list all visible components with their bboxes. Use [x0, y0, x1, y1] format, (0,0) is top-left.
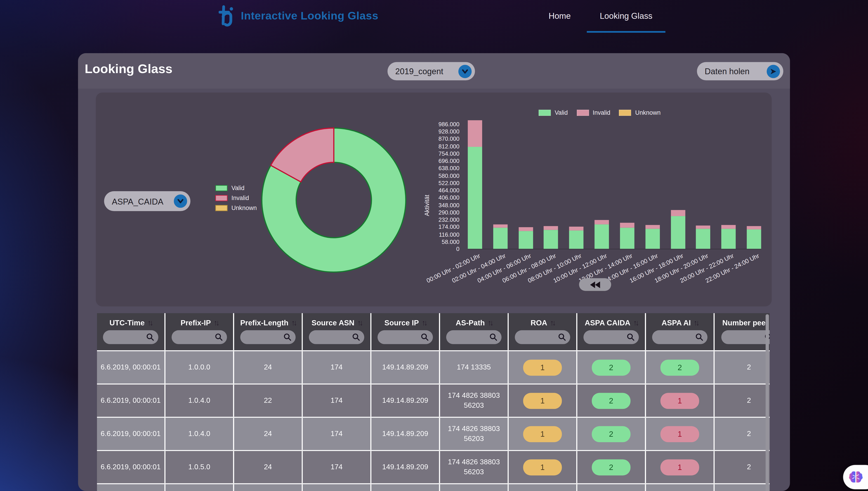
dataset-select-value: 2019_cogent [395, 66, 443, 76]
bar-20:00 Uhr - 22:00 Uhr [721, 225, 736, 249]
cell-source_asn: 174 [303, 351, 372, 383]
algorithm-select[interactable]: ASPA_CAIDA [104, 191, 190, 211]
column-header-source-asn: Source ASN↑↓ [303, 313, 372, 350]
bar-segment-valid [620, 228, 634, 249]
cell-roa: 1 [509, 385, 578, 417]
page-title: Looking Glass [85, 62, 173, 77]
bar-segment-invalid [544, 226, 558, 230]
column-sort-button[interactable]: Prefix-Length↑↓ [240, 318, 296, 327]
fetch-data-button[interactable]: Daten holen [697, 62, 783, 80]
status-badge-invalid: 1 [660, 393, 699, 409]
cell-utc: 6.6.2019, 00:00:01 [97, 418, 166, 450]
column-search-input[interactable] [721, 330, 770, 344]
looking-glass-panel: Looking Glass 2019_cogent Daten holen AS… [78, 53, 790, 491]
y-axis-tick: 290.000 [438, 209, 460, 215]
column-search [515, 330, 570, 344]
column-sort-button[interactable]: Source ASN↑↓ [311, 318, 362, 327]
bar-segment-valid [569, 230, 584, 249]
cell-prefix_len [234, 484, 303, 491]
y-axis-tick: 348.000 [438, 201, 460, 208]
bar-segment-invalid [671, 210, 685, 216]
legend-item-valid: Valid [539, 109, 568, 116]
y-axis-tick: 870.000 [438, 136, 460, 142]
cell-aspa_caida: 2 [577, 351, 646, 383]
search-icon [695, 333, 704, 341]
status-badge-unknown: 1 [523, 393, 562, 409]
cell-aspa_caida [577, 484, 646, 491]
logo-icon [219, 4, 236, 27]
column-search [172, 330, 227, 344]
y-axis-tick: 986.000 [438, 121, 460, 127]
bar-segment-invalid [569, 227, 584, 230]
column-sort-button[interactable]: AS-Path↑↓ [456, 318, 492, 327]
table-row: 6.6.2019, 00:00:011.0.5.024174149.14.89.… [97, 450, 770, 483]
invalid-swatch [215, 195, 228, 201]
bar-chart-legend: Valid Invalid Unknown [539, 109, 661, 116]
status-badge-valid: 2 [592, 359, 630, 375]
rewind-button[interactable] [579, 278, 611, 291]
bar-18:00 Uhr - 20:00 Uhr [696, 226, 710, 249]
dataset-select[interactable]: 2019_cogent [388, 62, 475, 80]
cell-aspa_ai [646, 484, 715, 491]
cell-aspa_ai: 1 [646, 385, 715, 417]
search-icon [146, 333, 155, 341]
column-header-prefix-ip: Prefix-IP↑↓ [165, 313, 234, 350]
y-axis-tick: 174.000 [438, 224, 460, 230]
fetch-data-label: Daten holen [705, 66, 749, 76]
column-sort-button[interactable]: Prefix-IP↑↓ [181, 318, 218, 327]
cell-source_asn: 174 [303, 418, 372, 450]
bar-segment-valid [747, 230, 761, 249]
column-sort-button[interactable]: Number peer↑↓ [722, 318, 770, 327]
bar-segment-invalid [594, 220, 609, 225]
sort-icon: ↑↓ [214, 318, 218, 327]
column-label: UTC-Time [110, 318, 145, 327]
cell-source_ip [371, 484, 440, 491]
status-badge-valid: 2 [592, 459, 630, 475]
nav-item-home[interactable]: Home [540, 11, 580, 21]
column-sort-button[interactable]: ASPA AI↑↓ [662, 318, 698, 327]
column-sort-button[interactable]: Source IP↑↓ [384, 318, 426, 327]
cell-prefix_ip: 1.0.5.0 [165, 451, 234, 483]
bar-segment-valid [544, 230, 558, 249]
column-sort-button[interactable]: ROA↑↓ [530, 318, 554, 327]
search-icon [627, 333, 635, 341]
nav-item-looking-glass[interactable]: Looking Glass [587, 11, 665, 21]
column-search [652, 330, 708, 344]
cell-prefix_len: 24 [234, 451, 303, 483]
column-search [377, 330, 433, 344]
bar-segment-invalid [721, 225, 736, 229]
donut-legend: Valid Invalid Unknown [215, 185, 257, 211]
y-axis-tick: 58.000 [442, 238, 460, 244]
cell-aspa_ai: 2 [646, 351, 715, 383]
bar-segment-invalid [620, 223, 634, 228]
table-body: 6.6.2019, 00:00:011.0.0.024174149.14.89.… [97, 350, 770, 491]
cell-utc [97, 484, 166, 491]
column-sort-button[interactable]: UTC-Time↑↓ [110, 318, 152, 327]
table-row: 6.6.2019, 00:00:011.0.0.024174149.14.89.… [97, 350, 770, 383]
assistant-button[interactable] [843, 465, 868, 489]
column-sort-button[interactable]: ASPA CAIDA↑↓ [585, 318, 638, 327]
column-header-aspa-ai: ASPA AI↑↓ [646, 313, 715, 350]
legend-label: Invalid [593, 109, 610, 116]
sort-icon: ↑↓ [633, 318, 638, 327]
unknown-swatch [215, 205, 228, 211]
panel-titlebar: Looking Glass 2019_cogent Daten holen [78, 53, 790, 89]
brand: Interactive Looking Glass [219, 4, 378, 27]
cell-roa: 1 [509, 418, 578, 450]
cell-roa [509, 484, 578, 491]
cell-prefix_len: 24 [234, 351, 303, 383]
status-badge-valid: 2 [592, 426, 630, 442]
column-label: ROA [530, 318, 547, 327]
bar-segment-valid [594, 225, 609, 249]
brand-title: Interactive Looking Glass [241, 9, 378, 22]
legend-item-unknown: Unknown [215, 205, 257, 211]
table-scrollbar[interactable] [766, 314, 769, 491]
cell-peers: 2 [715, 385, 770, 417]
cell-as_path: 174 4826 38803 56203 [440, 385, 509, 417]
bar-14:00 Uhr - 16:00 Uhr [645, 225, 660, 249]
y-axis-tick: 928.000 [438, 128, 460, 135]
bar-segment-valid [696, 229, 710, 249]
cell-peers: 2 [715, 351, 770, 383]
brain-icon [848, 470, 864, 485]
cell-aspa_caida: 2 [577, 451, 646, 483]
